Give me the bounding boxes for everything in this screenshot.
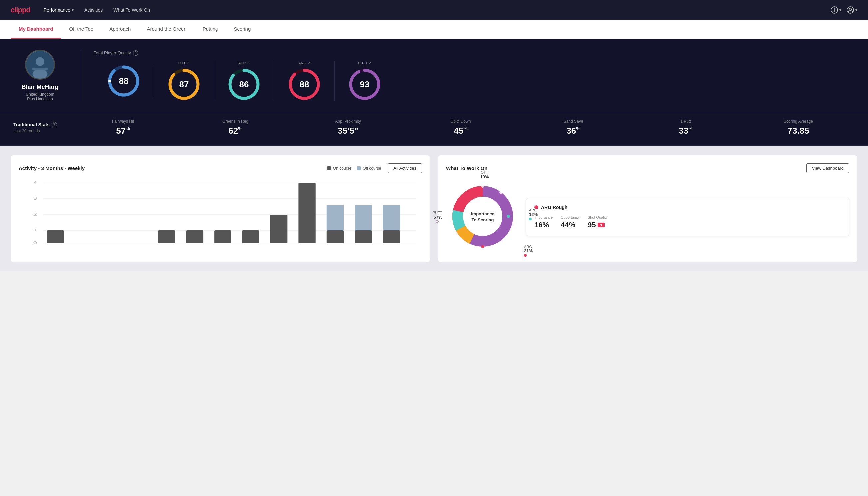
score-arg-badge: ARG ↗ (298, 61, 311, 65)
score-app-value: 86 (239, 79, 249, 89)
nav-activities[interactable]: Activities (84, 7, 102, 13)
stat-greens-in-reg: Greens In Reg 62% (179, 119, 292, 136)
ring-ott: 87 (167, 68, 201, 101)
putt-dot (436, 220, 439, 223)
donut-label-putt: PUTT 57% (433, 211, 442, 223)
tab-putting[interactable]: Putting (194, 20, 226, 38)
bar-week-8-on (242, 230, 259, 243)
bar-week-5-on (158, 230, 175, 243)
chart-x-labels: 7 Feb 28 Mar 9 May (19, 249, 422, 255)
score-ott-value: 87 (179, 79, 189, 89)
legend-off-course-dot (357, 166, 361, 170)
player-country: United Kingdom (26, 92, 54, 97)
tab-my-dashboard[interactable]: My Dashboard (11, 20, 61, 38)
arg-dot (524, 254, 526, 257)
help-icon[interactable]: ? (133, 50, 138, 56)
donut-center-text: Importance To Scoring (471, 211, 494, 223)
arrow-icon: ↗ (187, 61, 190, 65)
all-activities-button[interactable]: All Activities (388, 163, 422, 173)
ring-app: 86 (227, 68, 261, 101)
tab-around-the-green[interactable]: Around the Green (139, 20, 194, 38)
header-left: clippd Performance ▾ Activities What To … (11, 6, 150, 14)
app-dot (529, 218, 532, 220)
header: clippd Performance ▾ Activities What To … (0, 0, 868, 20)
scores-section: Total Player Quality ? 88 OTT (94, 50, 855, 101)
bar-week-11-on (327, 230, 344, 243)
donut-label-arg: ARG 21% (524, 245, 533, 258)
user-menu-button[interactable]: ▾ (847, 6, 857, 14)
main-nav: Performance ▾ Activities What To Work On (44, 7, 150, 13)
player-name: Blair McHarg (21, 83, 58, 91)
help-icon[interactable]: ? (52, 122, 57, 127)
hero-section: Blair McHarg United Kingdom Plus Handica… (0, 39, 868, 112)
trad-stats-title: Traditional Stats ? (13, 122, 67, 127)
chart-legend: On course Off course (327, 166, 381, 171)
score-putt: PUTT ↗ 93 (335, 61, 395, 101)
bar-week-7-on (214, 230, 231, 243)
arrow-icon: ↗ (308, 61, 311, 65)
svg-point-6 (36, 57, 44, 66)
bar-week-13-off (383, 205, 400, 230)
stat-1-putt: 1 Putt 33% (630, 119, 742, 136)
view-dashboard-button[interactable]: View Dashboard (806, 163, 849, 173)
bar-week-9-on (270, 215, 287, 243)
chart-svg: 4 3 2 1 0 (19, 180, 422, 246)
score-app-badge: APP ↗ (238, 61, 250, 65)
scores-row: 88 OTT ↗ 87 (94, 61, 855, 101)
chevron-down-icon: ▾ (72, 7, 74, 12)
add-button[interactable]: ▾ (831, 6, 841, 14)
svg-text:2: 2 (33, 212, 37, 216)
header-right: ▾ ▾ (831, 6, 857, 14)
avatar (25, 50, 55, 80)
chart-area: 4 3 2 1 0 (19, 180, 422, 253)
svg-point-39 (481, 184, 484, 188)
metric-shot-quality: Shot Quality 95 ▼ (587, 215, 607, 229)
bar-week-11-off (327, 205, 344, 230)
trad-stats-label: Traditional Stats ? Last 20 rounds (13, 122, 67, 133)
legend-off-course: Off course (357, 166, 381, 171)
activity-chart-card: Activity - 3 Months - Weekly On course O… (11, 155, 430, 262)
svg-point-42 (481, 245, 484, 248)
legend-on-course: On course (327, 166, 351, 171)
bar-week-10-on (298, 183, 315, 243)
score-overall: 88 (94, 64, 154, 98)
ring-arg: 88 (288, 68, 321, 101)
tab-off-the-tee[interactable]: Off the Tee (61, 20, 101, 38)
tab-approach[interactable]: Approach (101, 20, 139, 38)
logo[interactable]: clippd (11, 6, 30, 14)
score-arg-value: 88 (300, 79, 310, 89)
bar-week-12-on (355, 230, 372, 243)
svg-text:0: 0 (33, 241, 37, 245)
svg-text:3: 3 (33, 196, 37, 200)
divider (80, 50, 80, 101)
x-label-feb: 7 Feb (22, 249, 36, 255)
svg-point-4 (849, 8, 852, 11)
bar-week-6-on (186, 230, 203, 243)
workOn-header: What To Work On View Dashboard (446, 163, 849, 173)
donut-wrapper: Importance To Scoring PUTT 57% OTT 10% (446, 180, 519, 254)
ring-overall: 88 (107, 64, 140, 98)
scores-label: Total Player Quality ? (94, 50, 855, 56)
chart-card-header: Activity - 3 Months - Weekly On course O… (19, 163, 422, 173)
x-label-mar: 28 Mar (211, 249, 228, 255)
arrow-icon: ↗ (369, 61, 372, 65)
stat-scoring-average: Scoring Average 73.85 (742, 119, 855, 136)
info-card-title: ARG Rough (534, 204, 841, 210)
trad-stats-sublabel: Last 20 rounds (13, 128, 67, 133)
stat-sand-save: Sand Save 36% (517, 119, 630, 136)
player-handicap: Plus Handicap (27, 97, 53, 101)
chevron-down-icon: ▾ (839, 7, 841, 12)
workOn-content: Importance To Scoring PUTT 57% OTT 10% (446, 180, 849, 254)
bar-week-1-on (47, 230, 64, 243)
metric-opportunity: Opportunity 44% (561, 215, 580, 229)
donut-label-ott: OTT 10% (480, 170, 489, 179)
what-to-work-on-card: What To Work On View Dashboard (438, 155, 857, 262)
arrow-icon: ↗ (247, 61, 250, 65)
stat-app-proximity: App. Proximity 35'5" (292, 119, 404, 136)
nav-performance[interactable]: Performance ▾ (44, 7, 74, 13)
tab-scoring[interactable]: Scoring (226, 20, 259, 38)
legend-on-course-dot (327, 166, 331, 170)
bar-week-12-off (355, 205, 372, 230)
nav-what-to-work-on[interactable]: What To Work On (113, 7, 150, 13)
svg-point-40 (499, 190, 503, 194)
